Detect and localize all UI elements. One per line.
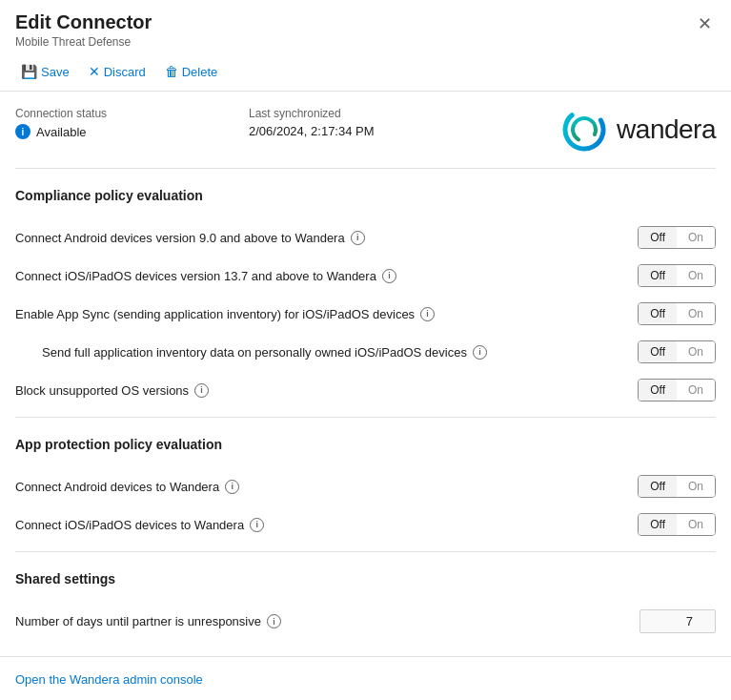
block-unsupported-label: Block unsupported OS versions i <box>15 383 638 398</box>
svg-point-0 <box>561 107 607 153</box>
full-inventory-off[interactable]: Off <box>639 341 677 362</box>
connection-status-text: Available <box>36 125 87 139</box>
days-unresponsive-label: Number of days until partner is unrespon… <box>15 614 640 628</box>
days-unresponsive-input[interactable] <box>640 609 716 633</box>
ios-app-protection-row: Connect iOS/iPadOS devices to Wandera i … <box>15 505 716 544</box>
save-button[interactable]: 💾 Save <box>15 60 75 83</box>
dialog-title: Edit Connector <box>15 11 152 33</box>
block-unsupported-row: Block unsupported OS versions i Off On <box>15 371 716 409</box>
save-icon: 💾 <box>21 64 37 79</box>
ios-app-protection-off[interactable]: Off <box>639 514 677 535</box>
edit-connector-dialog: Edit Connector Mobile Threat Defense ✕ 💾… <box>0 0 731 700</box>
ios-compliance-off[interactable]: Off <box>639 265 677 286</box>
sync-label: Last synchronized <box>249 107 482 120</box>
delete-button[interactable]: 🗑 Delete <box>159 60 224 83</box>
android-app-protection-info-icon[interactable]: i <box>225 480 239 494</box>
ios-app-protection-info-icon[interactable]: i <box>250 518 264 532</box>
ios-compliance-toggle[interactable]: Off On <box>638 264 716 287</box>
android-compliance-off[interactable]: Off <box>639 227 677 248</box>
full-inventory-on[interactable]: On <box>677 341 715 362</box>
full-inventory-toggle[interactable]: Off On <box>638 340 716 363</box>
android-compliance-label: Connect Android devices version 9.0 and … <box>15 231 638 245</box>
section-divider-1 <box>15 417 716 418</box>
close-button[interactable]: ✕ <box>694 11 716 36</box>
logo-section: wandera <box>482 107 716 153</box>
ios-app-protection-on[interactable]: On <box>677 514 715 535</box>
android-compliance-row: Connect Android devices version 9.0 and … <box>15 218 716 257</box>
svg-point-1 <box>569 114 600 146</box>
block-unsupported-on[interactable]: On <box>677 380 715 401</box>
ios-compliance-label: Connect iOS/iPadOS devices version 13.7 … <box>15 269 638 283</box>
wandera-logo: wandera <box>561 107 716 153</box>
sync-section: Last synchronized 2/06/2024, 2:17:34 PM <box>249 107 482 138</box>
android-app-protection-on[interactable]: On <box>677 476 715 497</box>
app-protection-section: App protection policy evaluation Connect… <box>15 437 716 544</box>
android-app-protection-off[interactable]: Off <box>639 476 677 497</box>
android-compliance-info-icon[interactable]: i <box>351 231 365 245</box>
compliance-section-title: Compliance policy evaluation <box>15 188 716 207</box>
wandera-text: wandera <box>617 114 716 145</box>
discard-button[interactable]: ✕ Discard <box>83 60 152 83</box>
ios-app-protection-toggle[interactable]: Off On <box>638 513 716 536</box>
app-sync-off[interactable]: Off <box>639 303 677 324</box>
block-unsupported-off[interactable]: Off <box>639 380 677 401</box>
connection-status-section: Connection status i Available <box>15 107 249 139</box>
compliance-section: Compliance policy evaluation Connect And… <box>15 188 716 409</box>
sync-date: 2/06/2024, 2:17:34 PM <box>249 124 375 138</box>
block-unsupported-info-icon[interactable]: i <box>194 383 209 398</box>
connection-status-label: Connection status <box>15 107 249 120</box>
wandera-admin-console-link[interactable]: Open the Wandera admin console <box>15 672 203 687</box>
shared-settings-section: Shared settings Number of days until par… <box>15 571 716 641</box>
delete-icon: 🗑 <box>165 64 178 79</box>
discard-icon: ✕ <box>89 64 100 79</box>
app-protection-section-title: App protection policy evaluation <box>15 437 716 456</box>
days-unresponsive-row: Number of days until partner is unrespon… <box>15 602 716 641</box>
block-unsupported-toggle[interactable]: Off On <box>638 379 716 401</box>
app-sync-row: Enable App Sync (sending application inv… <box>15 295 716 333</box>
discard-label: Discard <box>104 65 146 79</box>
wandera-logo-icon <box>561 107 607 153</box>
status-row: Connection status i Available Last synch… <box>15 107 716 169</box>
status-info-icon: i <box>15 124 30 139</box>
full-inventory-label: Send full application inventory data on … <box>42 345 638 360</box>
app-sync-on[interactable]: On <box>677 303 715 324</box>
android-compliance-toggle[interactable]: Off On <box>638 226 716 249</box>
dialog-header: Edit Connector Mobile Threat Defense ✕ <box>0 0 731 52</box>
android-app-protection-row: Connect Android devices to Wandera i Off… <box>15 467 716 505</box>
dialog-subtitle: Mobile Threat Defense <box>15 35 152 49</box>
title-block: Edit Connector Mobile Threat Defense <box>15 11 152 49</box>
toolbar: 💾 Save ✕ Discard 🗑 Delete <box>0 52 731 92</box>
ios-compliance-on[interactable]: On <box>677 265 715 286</box>
save-label: Save <box>41 65 70 79</box>
content-area: Connection status i Available Last synch… <box>0 92 731 641</box>
connection-status-value: i Available <box>15 124 249 139</box>
section-divider-2 <box>15 551 716 552</box>
shared-settings-title: Shared settings <box>15 571 716 590</box>
delete-label: Delete <box>182 65 218 79</box>
ios-app-protection-label: Connect iOS/iPadOS devices to Wandera i <box>15 518 638 532</box>
footer: Open the Wandera admin console <box>0 656 731 700</box>
sync-value: 2/06/2024, 2:17:34 PM <box>249 124 482 138</box>
full-inventory-row: Send full application inventory data on … <box>15 333 716 371</box>
android-compliance-on[interactable]: On <box>677 227 715 248</box>
app-sync-label: Enable App Sync (sending application inv… <box>15 307 638 321</box>
days-unresponsive-info-icon[interactable]: i <box>267 614 281 628</box>
full-inventory-info-icon[interactable]: i <box>473 345 487 360</box>
ios-compliance-info-icon[interactable]: i <box>382 269 396 283</box>
ios-compliance-row: Connect iOS/iPadOS devices version 13.7 … <box>15 257 716 295</box>
app-sync-info-icon[interactable]: i <box>420 307 435 321</box>
android-app-protection-label: Connect Android devices to Wandera i <box>15 480 638 494</box>
app-sync-toggle[interactable]: Off On <box>638 302 716 325</box>
android-app-protection-toggle[interactable]: Off On <box>638 475 716 498</box>
